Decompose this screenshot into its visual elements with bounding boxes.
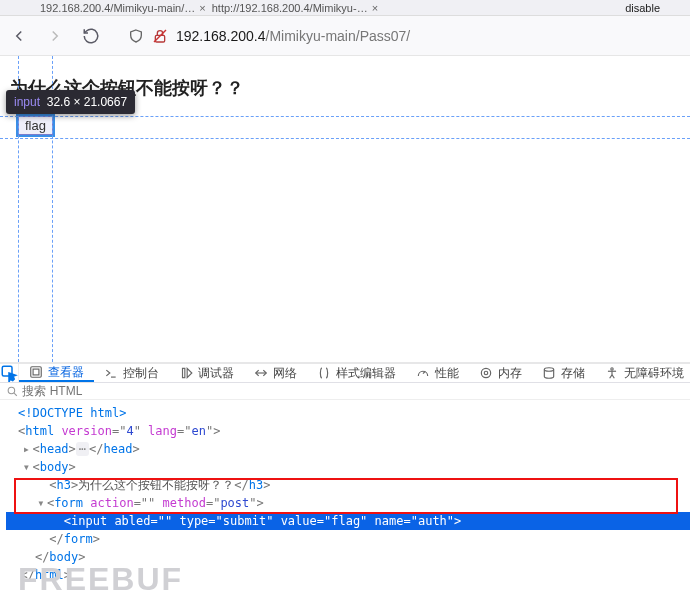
inspector-tooltip: input 32.6 × 21.0667 [6, 90, 135, 114]
tab-label: 查看器 [48, 364, 84, 381]
dom-line[interactable]: </form> [6, 530, 690, 548]
dom-tree[interactable]: FREEBUF <!DOCTYPE html> <html version="4… [0, 400, 690, 594]
url-bar[interactable]: 192.168.200.4/Mimikyu-main/Pass07/ [118, 21, 680, 51]
dom-line[interactable]: <!DOCTYPE html> [6, 404, 690, 422]
tab-console[interactable]: 控制台 [94, 364, 169, 382]
shield-icon [128, 28, 144, 44]
flag-submit-button[interactable]: flag [18, 116, 53, 135]
a11y-icon [605, 366, 619, 380]
memory-icon [479, 366, 493, 380]
highlight-guide [0, 116, 690, 117]
tab-accessibility[interactable]: 无障碍环境 [595, 364, 690, 382]
dom-line[interactable]: <html version="4" lang="en"> [6, 422, 690, 440]
close-icon[interactable]: × [372, 2, 378, 14]
perf-icon [416, 366, 430, 380]
search-icon [6, 385, 19, 398]
close-icon[interactable]: × [199, 2, 205, 14]
dom-search-input[interactable] [22, 384, 684, 398]
tab-label: 样式编辑器 [336, 365, 396, 382]
url-path: /Mimikyu-main/Pass07/ [266, 28, 411, 44]
tab-inspector[interactable]: 查看器 [19, 364, 94, 382]
svg-rect-5 [183, 368, 185, 377]
watermark: FREEBUF [18, 570, 183, 588]
tab-label: 性能 [435, 365, 459, 382]
svg-point-7 [484, 371, 488, 375]
dom-line[interactable]: <h3>为什么这个按钮不能按呀？？</h3> [6, 476, 690, 494]
tab-label: 网络 [273, 365, 297, 382]
tab-label: 存储 [561, 365, 585, 382]
dom-line[interactable]: ▸<head>⋯</head> [6, 440, 690, 458]
browser-toolbar: 192.168.200.4/Mimikyu-main/Pass07/ [0, 16, 690, 56]
svg-point-11 [8, 387, 15, 394]
url-text: 192.168.200.4/Mimikyu-main/Pass07/ [176, 28, 410, 44]
url-host: 192.168.200.4 [176, 28, 266, 44]
tab-debugger[interactable]: 调试器 [169, 364, 244, 382]
storage-icon [542, 366, 556, 380]
tab-right-text: disable [625, 2, 660, 14]
tab-title: http://192.168.200.4/Mimikyu-… [212, 2, 368, 14]
devtools-tabbar: 查看器 控制台 调试器 网络 样式编辑器 性能 内存 存储 [0, 364, 690, 383]
pick-element-button[interactable] [0, 364, 19, 382]
svg-rect-3 [31, 367, 42, 378]
tab-network[interactable]: 网络 [244, 364, 307, 382]
style-icon [317, 366, 331, 380]
tab-memory[interactable]: 内存 [469, 364, 532, 382]
debugger-icon [179, 366, 193, 380]
tooltip-tagname: input [14, 95, 40, 109]
back-button[interactable] [10, 27, 28, 45]
dom-line-selected[interactable]: <input abled="" type="submit" value="fla… [6, 512, 690, 530]
tab-performance[interactable]: 性能 [406, 364, 469, 382]
dom-line[interactable]: ▾<form action="" method="post"> [6, 494, 690, 512]
browser-tabstrip: 192.168.200.4/Mimikyu-main/… × http://19… [0, 0, 690, 16]
page-viewport: 为什么这个按钮不能按呀？？ input 32.6 × 21.0667 flag [0, 56, 690, 364]
inspector-icon [29, 365, 43, 379]
browser-tab-2[interactable]: http://192.168.200.4/Mimikyu-… × [212, 2, 378, 14]
lock-insecure-icon [152, 28, 168, 44]
svg-rect-4 [33, 369, 39, 375]
tooltip-dimensions: 32.6 × 21.0667 [47, 95, 127, 109]
svg-point-9 [544, 368, 553, 372]
network-icon [254, 366, 268, 380]
tab-label: 无障碍环境 [624, 365, 684, 382]
tab-title: 192.168.200.4/Mimikyu-main/… [40, 2, 195, 14]
tab-label: 内存 [498, 365, 522, 382]
tab-styleeditor[interactable]: 样式编辑器 [307, 364, 406, 382]
svg-marker-6 [187, 368, 192, 377]
svg-point-8 [481, 368, 490, 377]
forward-button [46, 27, 64, 45]
tab-label: 调试器 [198, 365, 234, 382]
dom-search-bar[interactable] [0, 383, 690, 400]
dom-line[interactable]: ▾<body> [6, 458, 690, 476]
browser-tab-1[interactable]: 192.168.200.4/Mimikyu-main/… × [40, 2, 206, 14]
highlight-guide [0, 138, 690, 139]
svg-point-10 [611, 368, 613, 370]
console-icon [104, 366, 118, 380]
devtools-panel: 查看器 控制台 调试器 网络 样式编辑器 性能 内存 存储 [0, 364, 690, 594]
tab-label: 控制台 [123, 365, 159, 382]
tab-storage[interactable]: 存储 [532, 364, 595, 382]
reload-button[interactable] [82, 27, 100, 45]
